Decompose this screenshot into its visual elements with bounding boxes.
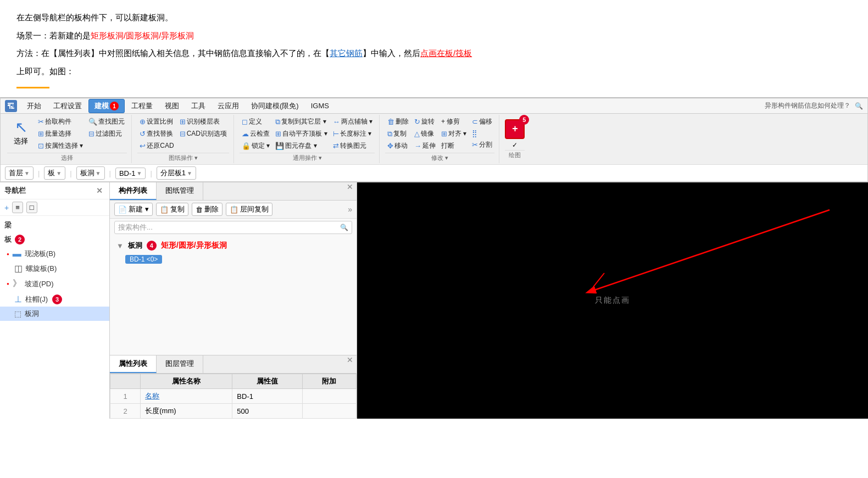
component-search[interactable]: 搜索构件... 🔍 [114, 221, 352, 234]
attr-row-2-name: 长度(mm) [141, 404, 232, 419]
restore-icon: ↩ [140, 142, 146, 150]
ribbon-btn-split[interactable]: ✂分割 [470, 139, 494, 151]
ribbon-btn-length-mark[interactable]: ⊢长度标注 ▾ [331, 128, 375, 140]
badge-4: 4 [147, 241, 157, 251]
ribbon-btn-extend[interactable]: →延伸 [412, 140, 438, 152]
menu-item-start[interactable]: 开始 [21, 99, 47, 113]
subtype-label: 板洞 [80, 168, 94, 178]
ribbon-modify-col2: ↻旋转 △镜像 →延伸 [412, 116, 438, 152]
ribbon-draw-content: + 5 ✓ [505, 119, 525, 149]
column-cap-icon: ⊥ [14, 294, 22, 304]
btn-new[interactable]: 📄新建 ▾ [114, 203, 153, 216]
spiral-slab-label: 螺旋板(B) [26, 264, 57, 274]
btn-interlayer-copy[interactable]: 📋层间复制 [226, 203, 272, 216]
sidebar-item-column-cap[interactable]: ⊥ 柱帽(J) 3 [0, 292, 109, 307]
sidebar-tree: 梁 板 2 ● ▬ 现浇板(B) ◫ 螺旋板(B) ● 》 坡道(PD) [0, 216, 109, 419]
ribbon-cad-label: 图纸操作 ▾ [137, 153, 229, 162]
tab-layer-management[interactable]: 图层管理 [157, 355, 203, 373]
btn-delete[interactable]: 🗑删除 [192, 203, 222, 216]
sidebar-list-btn[interactable]: ≡ [12, 202, 23, 213]
tab-drawing-management[interactable]: 图纸管理 [157, 182, 203, 200]
ribbon-btn-copy[interactable]: ⧉复制 [385, 128, 411, 140]
ribbon-select-label: 选择 [7, 153, 127, 162]
comp-toolbar-extra[interactable]: » [348, 205, 352, 214]
ribbon-btn-find-element[interactable]: 🔍查找图元 [86, 116, 127, 127]
menu-item-collab[interactable]: 协同建模(限免) [246, 99, 304, 113]
ribbon-btn-restore-cad[interactable]: ↩还原CAD [137, 140, 176, 152]
pointer-icon: ↖ [15, 118, 27, 136]
sidebar-item-slab-hole[interactable]: ⬚ 板洞 [0, 307, 109, 321]
breadcrumb-component[interactable]: 板 ▼ [44, 166, 65, 180]
ribbon-btn-array[interactable]: ⣿ [470, 128, 494, 138]
attr-panel-close[interactable]: ✕ [343, 355, 357, 373]
text-line-1-content: 在左侧导航栏的板构件下，可以新建板洞。 [16, 13, 173, 22]
ribbon-btn-rotate[interactable]: ↻旋转 [412, 116, 438, 127]
attr-row-2-value[interactable]: 500 [232, 404, 303, 419]
menu-item-tools[interactable]: 工具 [186, 99, 211, 113]
section-arrow-icon: ▼ [116, 242, 124, 250]
ribbon-btn-mirror[interactable]: △镜像 [412, 128, 438, 140]
ribbon-btn-break[interactable]: 打断 [439, 140, 469, 152]
list-item-bd1[interactable]: BD-1 <0> [112, 253, 354, 266]
component-panel-close[interactable]: ✕ [343, 182, 357, 200]
draw-special-wrapper: + 5 [505, 119, 525, 139]
ribbon-btn-lock[interactable]: 🔒锁定 ▾ [240, 140, 272, 152]
ribbon-btn-trim[interactable]: + 修剪 [439, 116, 469, 127]
ribbon-btn-findreplace[interactable]: ↺查找替换 [137, 128, 176, 140]
menu-item-project-settings[interactable]: 工程设置 [48, 99, 87, 113]
attr-row-1: 1 名称 BD-1 [110, 389, 357, 404]
ribbon-btn-define[interactable]: ◻定义 [240, 116, 272, 127]
menu-item-quantity[interactable]: 工程量 [126, 99, 158, 113]
list-section-slab-hole[interactable]: ▼ 板洞 4 矩形/圆形/异形板洞 [112, 238, 354, 253]
red-dot-cast-slab: ● [7, 252, 9, 257]
sidebar-section-slab-label: 板 [4, 235, 12, 244]
ribbon-btn-align[interactable]: ⊞对齐 ▾ [439, 128, 469, 140]
ribbon-btn-by-attr[interactable]: ⊡按属性选择 ▾ [36, 140, 85, 152]
ribbon-modify-label: 修改 ▾ [385, 153, 494, 162]
ribbon-btn-move[interactable]: ✥移动 [385, 140, 411, 152]
sidebar-close-btn[interactable]: ✕ [94, 186, 105, 195]
ribbon-btn-auto-align[interactable]: ⊞自动平齐顶板 ▾ [273, 128, 329, 140]
ribbon-btn-floor-table[interactable]: ⊞识别楼层表 [177, 116, 229, 127]
tab-attr-list[interactable]: 属性列表 [110, 355, 157, 373]
attr-row-1-value[interactable]: BD-1 [232, 389, 303, 404]
sidebar-grid-btn[interactable]: □ [26, 202, 37, 213]
draw-check-icon[interactable]: ✓ [512, 141, 518, 149]
tab-component-list[interactable]: 构件列表 [110, 182, 157, 200]
menu-item-cloud[interactable]: 云应用 [212, 99, 244, 113]
sidebar-section-slab[interactable]: 板 2 [0, 232, 109, 247]
breadcrumb-subtype[interactable]: 板洞 ▼ [76, 166, 105, 180]
menu-item-view[interactable]: 视图 [159, 99, 185, 113]
menu-search-btn[interactable]: 🔍 [855, 102, 863, 110]
breadcrumb-floor[interactable]: 首层 ▼ [5, 166, 34, 180]
sidebar-add-btn[interactable]: + [4, 203, 9, 212]
component-panel-toolbar: 📄新建 ▾ 📋复制 🗑删除 📋层间复制 » [110, 201, 357, 219]
ribbon-section-cad: ⊕设置比例 ↺查找替换 ↩还原CAD ⊞识别楼层表 ⊟CAD识别选项 图纸操作 … [133, 115, 234, 163]
ribbon-btn-filter[interactable]: ⊟过滤图元 [86, 128, 127, 140]
ribbon-btn-two-point-axis[interactable]: ↔两点辅轴 ▾ [331, 116, 375, 127]
ribbon-btn-delete[interactable]: 🗑删除 [385, 116, 411, 127]
sidebar-item-ramp[interactable]: ● 》 坡道(PD) [0, 276, 109, 292]
sidebar-section-beam[interactable]: 梁 [0, 218, 109, 232]
attr-row-1-name[interactable]: 名称 [141, 389, 232, 404]
ribbon-btn-cad-options[interactable]: ⊟CAD识别选项 [177, 128, 229, 140]
select-large-btn[interactable]: ↖ 选择 [7, 116, 35, 148]
attr-panel-wrapper: 属性列表 图层管理 ✕ 属性名称 属性值 附加 1 名称 [110, 355, 357, 419]
menu-item-igms[interactable]: IGMS [305, 100, 335, 112]
breadcrumb-sublayer[interactable]: 分层板1 ▼ [157, 166, 196, 180]
ribbon-btn-save-element[interactable]: 💾图元存盘 ▾ [273, 140, 329, 152]
ribbon-btn-copy-layer[interactable]: ⧉复制到其它层 ▾ [273, 116, 329, 127]
ribbon-btn-batch[interactable]: ⊞批量选择 [36, 128, 85, 140]
sidebar-item-cast-slab[interactable]: ● ▬ 现浇板(B) [0, 247, 109, 261]
ribbon-btn-offset[interactable]: ⊂偏移 [470, 116, 494, 127]
breadcrumb-id[interactable]: BD-1 ▼ [115, 168, 146, 179]
ribbon-btn-pickup[interactable]: ✂拾取构件 [36, 116, 85, 127]
ribbon-btn-scale[interactable]: ⊕设置比例 [137, 116, 176, 127]
menu-item-build[interactable]: 建模1 [88, 99, 125, 113]
ribbon-btn-convert[interactable]: ⇄转换图元 [331, 140, 375, 152]
ribbon-btn-cloud-check[interactable]: ☁云检查 [240, 128, 272, 140]
btn-copy[interactable]: 📋复制 [156, 203, 188, 216]
sidebar-item-spiral-slab[interactable]: ◫ 螺旋板(B) [0, 261, 109, 276]
auto-align-icon: ⊞ [275, 130, 281, 138]
floor-label: 首层 [9, 168, 23, 178]
